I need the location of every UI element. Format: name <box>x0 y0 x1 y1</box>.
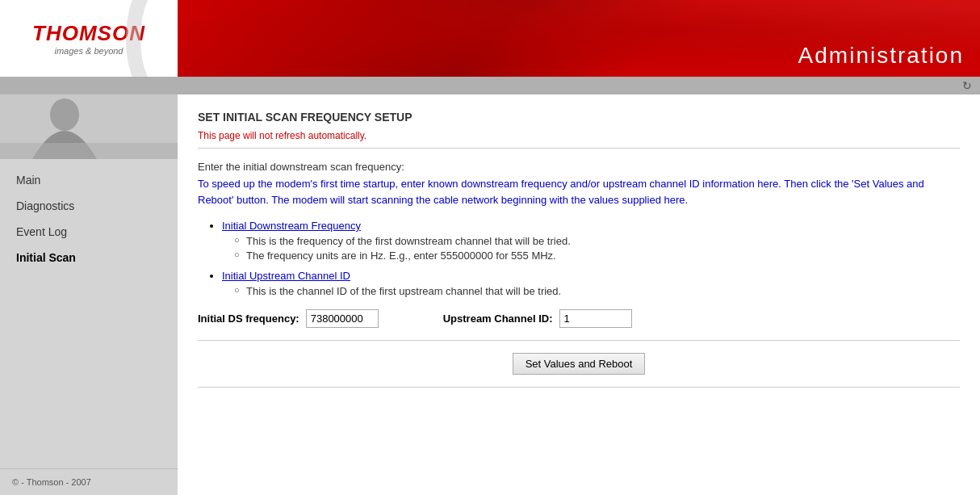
svg-point-0 <box>133 0 178 77</box>
main-layout: Main Diagnostics Event Log Initial Scan … <box>0 94 980 495</box>
us-channel-field: Upstream Channel ID: <box>443 309 632 328</box>
sidebar-item-initial-scan[interactable]: Initial Scan <box>0 245 178 271</box>
sidebar-item-diagnostics[interactable]: Diagnostics <box>0 193 178 219</box>
downstream-sub-item-2: The frequency units are in Hz. E.g., ent… <box>234 250 960 262</box>
desc-body: To speed up the modem's first time start… <box>198 176 960 208</box>
us-channel-label: Upstream Channel ID: <box>443 313 553 325</box>
description-block: Enter the initial downstream scan freque… <box>198 161 960 208</box>
upstream-sub-list: This is the channel ID of the first upst… <box>222 285 960 297</box>
set-values-reboot-button[interactable]: Set Values and Reboot <box>513 353 646 375</box>
sidebar-footer: © - Thomson - 2007 <box>0 468 178 495</box>
bullet-item-upstream: Initial Upstream Channel ID This is the … <box>222 270 960 297</box>
downstream-sub-list: This is the frequency of the first downs… <box>222 235 960 262</box>
button-row: Set Values and Reboot <box>198 353 960 375</box>
svg-rect-3 <box>0 143 178 159</box>
sidebar-nav: Main Diagnostics Event Log Initial Scan <box>0 159 178 468</box>
divider-middle <box>198 340 960 341</box>
sidebar-item-event-log[interactable]: Event Log <box>0 219 178 245</box>
divider-bottom <box>198 387 960 388</box>
sidebar-person-image <box>0 94 178 159</box>
logo-arc-decoration <box>121 0 178 77</box>
logo-tagline: images & beyond <box>54 46 123 56</box>
initial-upstream-link[interactable]: Initial Upstream Channel ID <box>222 270 350 282</box>
bullet-item-downstream: Initial Downstream Frequency This is the… <box>222 220 960 262</box>
desc-intro: Enter the initial downstream scan freque… <box>198 161 960 173</box>
content-area: SET INITIAL SCAN FREQUENCY SETUP This pa… <box>178 94 980 495</box>
ds-frequency-input[interactable] <box>306 309 379 328</box>
us-channel-input[interactable] <box>559 309 632 328</box>
initial-downstream-link[interactable]: Initial Downstream Frequency <box>222 220 361 232</box>
sidebar-item-main[interactable]: Main <box>0 167 178 193</box>
header-banner: Administration <box>178 0 980 77</box>
subheader-bar: ↻ <box>0 77 980 94</box>
header-title: Administration <box>798 43 964 69</box>
auto-refresh-note: This page will not refresh automatically… <box>198 130 960 141</box>
upstream-sub-item-1: This is the channel ID of the first upst… <box>234 285 960 297</box>
downstream-sub-item-1: This is the frequency of the first downs… <box>234 235 960 247</box>
sidebar-photo <box>0 94 178 159</box>
bullet-list: Initial Downstream Frequency This is the… <box>198 220 960 297</box>
ds-frequency-field: Initial DS frequency: <box>198 309 379 328</box>
sidebar: Main Diagnostics Event Log Initial Scan … <box>0 94 178 495</box>
page-title: SET INITIAL SCAN FREQUENCY SETUP <box>198 111 960 124</box>
svg-point-2 <box>50 99 79 131</box>
logo-area: THOMSON images & beyond <box>0 0 178 77</box>
header: THOMSON images & beyond Administration <box>0 0 980 77</box>
ds-frequency-label: Initial DS frequency: <box>198 313 299 325</box>
refresh-icon: ↻ <box>962 79 972 92</box>
form-row: Initial DS frequency: Upstream Channel I… <box>198 309 960 328</box>
divider-top <box>198 148 960 149</box>
